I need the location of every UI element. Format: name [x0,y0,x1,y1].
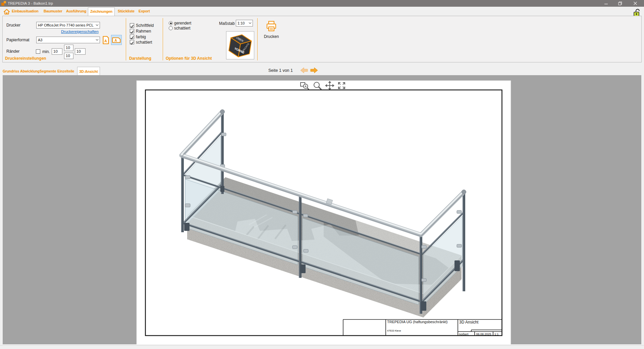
title-block-view-name: 3D Ansicht [459,320,479,325]
radio-gerendert-label: gerendert [174,21,191,26]
tab-ausfuehrung[interactable]: Ausführung [66,9,86,13]
checkbox-farbig-label: farbig [136,35,146,39]
margin-top-input[interactable]: 10 [64,45,73,51]
chevron-down-icon [249,22,252,24]
landscape-icon[interactable]: A [111,35,122,45]
checkbox-schattiert[interactable] [130,40,134,44]
tab-segmente[interactable]: Segmente [40,69,56,73]
tab-stueckliste[interactable]: Stückliste [118,9,135,13]
tab-3d-ansicht[interactable]: 3D-Ansicht [77,67,100,75]
tab-einzelteile[interactable]: Einzelteile [57,69,74,73]
close-button[interactable] [628,0,642,7]
title-block-company: TREPEDIA UG (haftungsbeschränkt) [387,320,447,324]
printer-icon [266,21,276,32]
title-block-scale: 1:1 [494,333,499,336]
portrait-icon[interactable]: A [103,36,109,44]
previous-page-icon[interactable] [300,67,308,73]
group-optionen-3d: Optionen für 3D Ansicht [166,56,212,61]
margin-right-input[interactable]: 10 [75,48,86,55]
app-icon [1,1,6,6]
drawing-viewport: TREPEDIA UG (haftungsbeschränkt) 47533 K… [3,75,641,344]
printer-value: HP OfficeJet Pro 7740 series PCL [38,23,94,27]
group-divider [163,18,163,60]
minimize-button[interactable] [599,0,613,7]
chevron-down-icon [96,39,99,41]
checkbox-schattiert-label: schattiert [136,40,152,45]
home-icon[interactable] [3,9,10,15]
paper-value: A3 [38,38,42,42]
close-icon [633,1,637,5]
restore-button[interactable] [613,0,627,7]
scale-select[interactable]: 1:10 [236,20,253,27]
view-tab-bar: Grundriss Abwicklung Segmente Einzelteil… [0,62,644,75]
group-divider [126,18,126,60]
checkbox-rahmen[interactable] [130,29,134,33]
title-block-date: 06.08.2025 [476,333,491,336]
drawing-canvas[interactable]: TREPEDIA UG (haftungsbeschränkt) 47533 K… [3,75,641,344]
unlock-icon[interactable] [633,8,641,16]
radio-gerendert[interactable] [169,21,173,25]
paper-label: Papierformat [6,38,30,42]
title-block-author: norbert [459,333,469,336]
checkbox-rahmen-label: Rahmen [136,29,151,34]
margins-min-label: min. [42,49,50,54]
tab-einbausituation[interactable]: Einbausituation [12,9,39,13]
group-darstellung: Darstellung [129,56,151,61]
tab-grundriss[interactable]: Grundriss [3,69,19,73]
printer-select[interactable]: HP OfficeJet Pro 7740 series PCL [36,22,100,29]
tab-export[interactable]: Export [139,9,150,13]
printer-properties-link[interactable]: Druckereigenschaften [61,30,99,34]
application-window: TREPEDIA 3 - Balkon1.trp Einbausituation… [0,0,644,349]
checkbox-schriftfeld[interactable] [130,23,134,28]
restore-icon [618,1,622,5]
checkbox-farbig[interactable] [130,35,134,39]
ribbon-panel: Drucker HP OfficeJet Pro 7740 series PCL… [2,16,642,62]
tab-abwicklung[interactable]: Abwicklung [20,69,40,73]
margins-label: Ränder [6,49,19,54]
margins-min-checkbox[interactable] [36,49,40,54]
scale-label: Maßstab [219,21,235,26]
radio-schattiert-label: schattiert [174,26,191,31]
scale-value: 1:10 [237,21,245,25]
status-bar [0,345,644,349]
ribbon-tab-bar: Einbausituation Baumuster Ausführung Zei… [0,7,644,16]
title-block-address: 47533 Kleve [387,329,401,332]
svg-text:A: A [114,39,117,42]
group-divider [257,18,258,60]
minimize-icon [604,1,608,5]
group-druckereinstellungen: Druckereinstellungen [5,56,46,61]
next-page-icon[interactable] [310,67,318,73]
title-bar: TREPEDIA 3 - Balkon1.trp [0,0,644,7]
window-title: TREPEDIA 3 - Balkon1.trp [8,1,53,5]
svg-text:A: A [104,39,107,43]
margin-left-input[interactable]: 10 [52,48,62,55]
page-indicator: Seite 1 von 1 [268,68,293,73]
margin-bottom-input[interactable]: 10 [64,53,73,59]
paper-select[interactable]: A3 [36,37,100,43]
tab-zeichnungen[interactable]: Zeichnungen [88,7,115,16]
radio-schattiert[interactable] [169,26,173,30]
checkbox-schriftfeld-label: Schriftfeld [136,23,154,28]
printer-label: Drucker [6,23,20,28]
print-button-label: Drucken [261,34,281,39]
chevron-down-icon [96,24,99,26]
tab-baumuster[interactable]: Baumuster [44,9,62,13]
print-button[interactable]: Drucken [261,20,281,41]
orientation-cube[interactable]: VORNE OBEN RECHTS [226,31,254,59]
